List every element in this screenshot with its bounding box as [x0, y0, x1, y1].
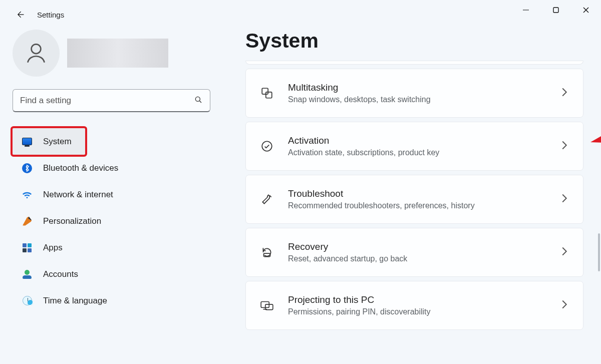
svg-rect-7: [262, 88, 268, 94]
search-box[interactable]: [13, 89, 210, 112]
apps-icon: [21, 242, 33, 254]
sidebar-item-label: Network & internet: [43, 190, 113, 200]
system-card-recovery[interactable]: Recovery Reset, advanced startup, go bac…: [245, 228, 583, 277]
svg-point-9: [262, 141, 272, 151]
sidebar-item-apps[interactable]: Apps: [13, 234, 213, 261]
projecting-icon: [259, 297, 275, 313]
multitasking-icon: [259, 85, 275, 101]
scrollbar-thumb[interactable]: [598, 233, 600, 271]
sidebar-item-label: Bluetooth & devices: [43, 163, 118, 173]
account-icon: [21, 268, 33, 280]
card-title: Multitasking: [288, 82, 561, 93]
svg-point-4: [32, 44, 41, 54]
system-card-multitasking[interactable]: Multitasking Snap windows, desktops, tas…: [245, 69, 583, 118]
card-subtitle: Reset, advanced startup, go back: [288, 254, 561, 263]
card-title: Recovery: [288, 241, 561, 252]
avatar[interactable]: [13, 30, 60, 77]
sidebar-item-network[interactable]: Network & internet: [13, 181, 213, 208]
recovery-icon: [259, 244, 275, 260]
card-title: Projecting to this PC: [288, 294, 561, 305]
sidebar-item-label: Personalization: [43, 216, 101, 226]
card-subtitle: Activation state, subscriptions, product…: [288, 148, 561, 157]
sidebar-item-bluetooth[interactable]: Bluetooth & devices: [13, 155, 213, 181]
sidebar-item-label: Apps: [43, 243, 63, 253]
sidebar-item-system[interactable]: System: [13, 128, 85, 155]
chevron-right-icon: [561, 299, 568, 311]
sidebar-item-time-language[interactable]: Time & language: [13, 287, 213, 314]
annotation-arrow: [590, 117, 601, 147]
sidebar-item-label: Time & language: [43, 296, 107, 306]
bluetooth-icon: [21, 162, 33, 174]
chevron-right-icon: [561, 193, 568, 205]
minimize-button[interactable]: [511, 0, 541, 20]
user-name-placeholder: [67, 39, 168, 68]
system-card-troubleshoot[interactable]: Troubleshoot Recommended troubleshooters…: [245, 175, 583, 224]
svg-rect-8: [266, 92, 272, 98]
back-button[interactable]: [14, 9, 26, 21]
chevron-right-icon: [561, 87, 568, 99]
sidebar-item-personalization[interactable]: Personalization: [13, 208, 213, 234]
close-button[interactable]: [571, 0, 601, 20]
sidebar-item-label: System: [43, 137, 72, 147]
window-title: Settings: [37, 11, 64, 19]
wrench-icon: [259, 191, 275, 207]
svg-line-6: [199, 101, 201, 103]
page-title: System: [245, 29, 583, 53]
search-icon: [194, 95, 203, 106]
card-title: Troubleshoot: [288, 188, 561, 199]
card-title: Activation: [288, 135, 561, 146]
svg-rect-1: [553, 8, 558, 13]
svg-point-5: [195, 97, 200, 101]
scroll-peek: [245, 61, 583, 65]
maximize-button[interactable]: [541, 0, 571, 20]
sidebar-item-label: Accounts: [43, 269, 78, 279]
clock-globe-icon: [21, 295, 33, 307]
brush-icon: [21, 215, 33, 227]
chevron-right-icon: [561, 246, 568, 258]
chevron-right-icon: [561, 140, 568, 152]
search-input[interactable]: [20, 96, 194, 106]
card-subtitle: Recommended troubleshooters, preferences…: [288, 201, 561, 210]
system-icon: [21, 136, 33, 148]
sidebar-item-accounts[interactable]: Accounts: [13, 261, 213, 287]
checkmark-circle-icon: [259, 138, 275, 154]
wifi-icon: [21, 189, 33, 201]
system-card-projecting[interactable]: Projecting to this PC Permissions, pairi…: [245, 281, 583, 330]
card-subtitle: Snap windows, desktops, task switching: [288, 95, 561, 104]
card-subtitle: Permissions, pairing PIN, discoverabilit…: [288, 307, 561, 316]
svg-marker-11: [590, 134, 601, 143]
system-card-activation[interactable]: Activation Activation state, subscriptio…: [245, 122, 583, 171]
